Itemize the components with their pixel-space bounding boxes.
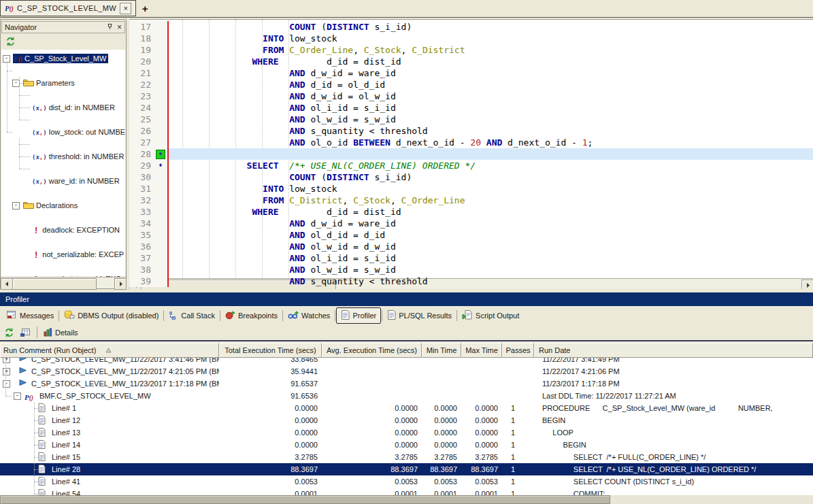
scrollbar-thumb[interactable] xyxy=(0,495,610,504)
editor-line-31[interactable]: 31 INTO low_stock xyxy=(129,183,813,195)
table-row-line-41[interactable]: Line# 410.00530.00530.00530.00531 SELECT… xyxy=(0,475,813,488)
editor-line-30[interactable]: 30 COUNT (DISTINCT s_i_id) xyxy=(129,171,813,183)
scrollbar-thumb[interactable] xyxy=(12,278,97,290)
table-row-line-12[interactable]: Line# 120.00000.00000.00000.00001BEGIN xyxy=(0,414,813,426)
tab-script-output[interactable]: Script Output xyxy=(458,308,523,323)
profiler-icon xyxy=(341,310,350,321)
editor-line-26[interactable]: 26 AND s_quantity < threshold xyxy=(129,125,813,137)
column-header-run-comment-run-object[interactable]: Run Comment (Run Object) xyxy=(0,343,219,358)
editor-line-37[interactable]: 37 AND ol_i_id = s_i_id xyxy=(129,252,813,264)
table-row-bmf-c-sp-stock-level-mw[interactable]: -P()BMF.C_SP_STOCK_LEVEL_MW91.6536Last D… xyxy=(0,390,813,402)
scroll-left-arrow[interactable] xyxy=(1,278,13,290)
tab-breakpoints[interactable]: Breakpoints xyxy=(221,308,282,323)
run-date-cell: BEGIN xyxy=(534,414,813,426)
table-row-line-54[interactable]: Line# 540.00010.00010.00010.00011 COMMIT… xyxy=(0,488,813,495)
tree-expander[interactable]: - xyxy=(12,202,20,209)
table-row-c-sp-stock-level-mw-11-23-2017-1-17-18-pm-bmf[interactable]: -C_SP_STOCK_LEVEL_MW_11/23/2017 1:17:18 … xyxy=(0,377,813,390)
tree-expander[interactable]: - xyxy=(3,55,10,63)
editor-line-35[interactable]: 35 AND ol_d_id = d_id xyxy=(129,229,813,241)
tree-connector xyxy=(7,63,7,132)
avg-cell xyxy=(322,358,422,365)
tree-connector xyxy=(34,408,38,409)
editor-line-34[interactable]: 34 AND d_w_id = ware_id xyxy=(129,218,813,229)
gutter-marker-column xyxy=(154,33,167,44)
grid-hscrollbar[interactable] xyxy=(0,495,813,504)
syntax-keyword: INTO xyxy=(263,33,284,44)
column-header-avg-execution-time-secs[interactable]: Avg. Execution Time (secs) xyxy=(322,343,422,358)
column-header-label: Total Execution Time (secs) xyxy=(225,346,316,354)
close-icon[interactable]: × xyxy=(117,23,122,31)
table-row-c-sp-stock-level-mw-11-22-2017-3-41-46-pm-bmf[interactable]: +C_SP_STOCK_LEVEL_MW_11/22/2017 3:41:46 … xyxy=(0,358,813,365)
column-header-max-time[interactable]: Max Time xyxy=(461,343,502,358)
editor-line-24[interactable]: 24 AND ol_i_id = s_i_id xyxy=(129,102,813,114)
column-header-passes[interactable]: Passes xyxy=(502,343,534,358)
tree-item-ware-id-in-number[interactable]: (x,)ware_id: in NUMBER xyxy=(31,175,125,187)
grid-export-icon[interactable] xyxy=(18,326,33,339)
code-text: FROM C_District, C_Stock, C_Order_Line xyxy=(167,195,813,206)
tree-item-declarations[interactable]: -Declarations xyxy=(12,199,125,212)
editor-line-21[interactable]: 21 AND d_w_id = ware_id xyxy=(129,67,813,79)
tree-item-content: !not_serializable: EXCEP xyxy=(31,249,125,261)
editor-line-39[interactable]: 39 AND s_quantity < threshold xyxy=(129,275,813,287)
editor-line-25[interactable]: 25 AND ol_w_id = s_w_id xyxy=(129,114,813,125)
new-tab-button[interactable]: + xyxy=(136,0,154,17)
tab-dbms-output-disabled[interactable]: DBMS Output (disabled) xyxy=(60,308,163,323)
table-row-line-14[interactable]: Line# 140.00000.00000.00000.00001 BEGIN xyxy=(0,439,813,451)
editor-line-28[interactable]: 28♦ xyxy=(129,148,813,160)
row-expander[interactable]: + xyxy=(3,358,10,363)
table-row-line-28[interactable]: Line# 2888.369788.369788.369788.36971 SE… xyxy=(0,463,813,475)
max-cell: 0.0053 xyxy=(461,475,502,488)
tab-profiler[interactable]: Profiler xyxy=(336,307,381,324)
tree-item-c-sp-stock-level-mw[interactable]: -P()C_SP_Stock_Level_MW xyxy=(3,52,125,65)
editor-line-32[interactable]: 32 FROM C_District, C_Stock, C_Order_Lin… xyxy=(129,195,813,206)
scroll-right-arrow[interactable] xyxy=(114,278,127,290)
table-row-line-1[interactable]: Line# 10.00000.00000.00000.00001PROCEDUR… xyxy=(0,402,813,414)
editor-line-18[interactable]: 18 INTO low_stock xyxy=(129,33,813,44)
editor-line-22[interactable]: 22 AND d_id = ol_d_id xyxy=(129,79,813,90)
row-expander[interactable]: - xyxy=(3,380,10,388)
syntax-keyword: AND xyxy=(289,80,305,90)
passes-cell: 1 xyxy=(502,488,534,495)
code-text: AND d_w_id = ol_w_id xyxy=(167,90,813,102)
tree-item-content: (x,)low_stock: out NUMBER xyxy=(31,127,125,137)
column-header-total-execution-time-secs[interactable]: Total Execution Time (secs) xyxy=(219,343,322,358)
tab-messages[interactable]: Messages xyxy=(2,308,58,323)
tree-item-deadlock-exception[interactable]: !deadlock: EXCEPTION xyxy=(31,224,125,236)
row-expander[interactable]: + xyxy=(3,368,10,375)
column-header-min-time[interactable]: Min Time xyxy=(422,343,461,358)
run-arrow-icon xyxy=(19,367,27,374)
table-row-c-sp-stock-level-mw-11-22-2017-4-21-05-pm-bmf[interactable]: +C_SP_STOCK_LEVEL_MW_11/22/2017 4:21:05 … xyxy=(0,365,813,377)
editor-line-33[interactable]: 33 WHERE d_id = dist_id xyxy=(129,206,813,218)
close-tab-icon[interactable]: × xyxy=(120,3,131,14)
breakpoints-icon xyxy=(225,310,235,321)
editor-line-19[interactable]: 19 FROM C_Order_Line, C_Stock, C_Distric… xyxy=(129,44,813,56)
run-arrow-icon xyxy=(19,358,27,362)
line-number: 23 xyxy=(129,90,154,102)
editor-line-29[interactable]: 29♦ SELECT /*+ USE_NL(C_ORDER_LINE) ORDE… xyxy=(129,160,813,171)
table-row-line-13[interactable]: Line# 130.00000.00000.00000.00001 LOOP xyxy=(0,426,813,439)
tab-call-stack[interactable]: 0t0Call Stack xyxy=(165,308,219,323)
editor-line-20[interactable]: 20 WHERE d_id = dist_id xyxy=(129,56,813,67)
tree-item-not-serializable-excep[interactable]: !not_serializable: EXCEP xyxy=(31,248,125,261)
tree-item-threshold-in-number[interactable]: (x,)threshold: in NUMBER xyxy=(31,150,125,163)
details-button[interactable]: Details xyxy=(42,326,80,338)
editor-line-27[interactable]: 27 AND ol_o_id BETWEEN d_next_o_id - 20 … xyxy=(129,137,813,148)
editor-line-36[interactable]: 36 AND ol_w_id = d_w_id xyxy=(129,241,813,252)
editor-line-38[interactable]: 38 AND ol_w_id = s_w_id xyxy=(129,264,813,275)
refresh-icon[interactable] xyxy=(3,35,18,48)
row-expander[interactable]: - xyxy=(14,392,21,400)
refresh-icon[interactable] xyxy=(2,326,16,339)
editor-line-23[interactable]: 23 AND d_w_id = ol_w_id xyxy=(129,90,813,102)
table-row-line-15[interactable]: Line# 153.27853.27853.27853.27851 SELECT… xyxy=(0,451,813,463)
tab-pl-sql-results[interactable]: PL/SQL Results xyxy=(383,308,456,323)
tree-item-low-stock-out-number[interactable]: (x,)low_stock: out NUMBER xyxy=(31,126,125,138)
tab-c-sp-stock-level-mw[interactable]: P() C_SP_STOCK_LEVEL_MW × xyxy=(0,0,136,16)
pin-icon[interactable] xyxy=(107,23,113,31)
total-cell: 3.2785 xyxy=(219,451,322,463)
tree-item-dist-id-in-number[interactable]: (x,)dist_id: in NUMBER xyxy=(31,101,125,114)
navigator-hscrollbar[interactable] xyxy=(1,277,126,288)
code-editor[interactable]: 17 COUNT (DISTINCT s_i_id)18 INTO low_st… xyxy=(129,19,813,289)
tab-watches[interactable]: Watches xyxy=(284,308,334,323)
editor-line-17[interactable]: 17 COUNT (DISTINCT s_i_id) xyxy=(129,21,813,33)
column-header-run-date[interactable]: Run Date xyxy=(534,343,813,358)
